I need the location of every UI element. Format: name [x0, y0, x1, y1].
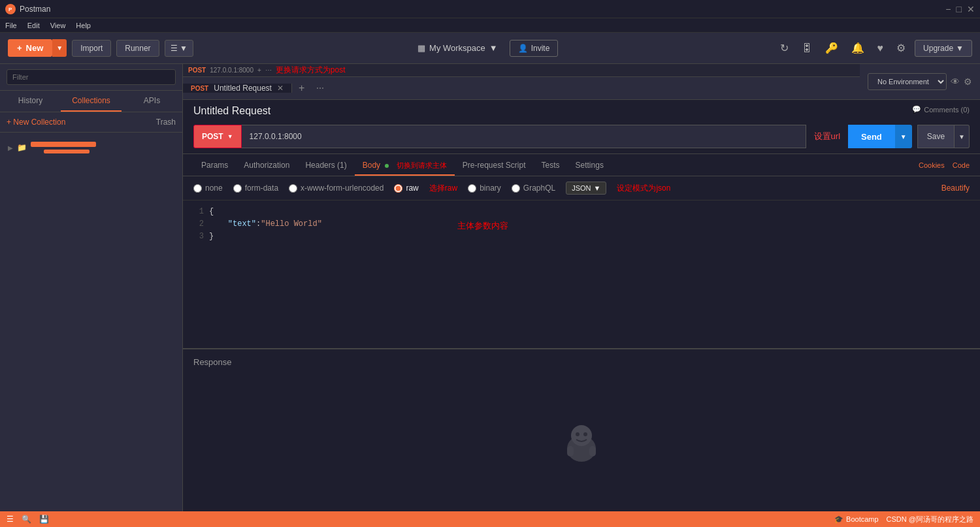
bottom-bar: ☰ 🔍 💾 🎓 Bootcamp CSDN @阿汤哥的程序之路: [0, 511, 980, 527]
req-tab-body[interactable]: Body 切换到请求主体: [355, 157, 455, 176]
req-tab-params[interactable]: Params: [193, 157, 236, 176]
sidebar-tab-history[interactable]: History: [0, 91, 61, 112]
radio-urlencoded[interactable]: x-www-form-urlencoded: [289, 184, 384, 193]
menu-edit[interactable]: Edit: [27, 22, 40, 29]
tab-method-badge: POST: [191, 85, 208, 92]
toolbar-left: + New ▼ Import Runner ☰ ▼: [8, 39, 193, 57]
new-dropdown-btn[interactable]: ▼: [52, 39, 67, 57]
mini-tab-more[interactable]: ⋯: [265, 67, 272, 74]
chevron-down-icon: ▼: [489, 43, 498, 53]
code-btn[interactable]: Code: [953, 161, 970, 169]
toolbar-center: ▦ My Workspace ▼ 👤 Invite: [411, 40, 558, 57]
tab-title: Untitled Request: [214, 84, 272, 93]
runner-button[interactable]: Runner: [116, 40, 159, 57]
workspace-button[interactable]: ▦ My Workspace ▼: [411, 40, 504, 56]
search-input[interactable]: [7, 69, 176, 85]
comments-button[interactable]: 💬 Comments (0): [912, 105, 970, 114]
tab-area: POST 127.0.0.1:8000 + ⋯ 更换请求方式为post POST…: [183, 64, 860, 99]
bootcamp-btn[interactable]: 🎓 Bootcamp: [834, 515, 879, 524]
sidebar-tab-apis[interactable]: APIs: [122, 91, 182, 112]
collection-item[interactable]: ▶ 📁: [0, 138, 182, 157]
req-tab-tests[interactable]: Tests: [534, 157, 568, 176]
code-content-3: }: [209, 231, 214, 243]
radio-none[interactable]: none: [193, 184, 223, 193]
main-layout: History Collections APIs + New Collectio…: [0, 64, 980, 511]
request-tab-active[interactable]: POST Untitled Request ✕: [183, 84, 292, 93]
radio-graphql[interactable]: GraphQL: [512, 184, 555, 193]
req-tab-authorization[interactable]: Authorization: [236, 157, 297, 176]
grid-icon: ▦: [417, 43, 425, 53]
upgrade-button[interactable]: Upgrade ▼: [915, 40, 972, 57]
env-gear-btn[interactable]: ⚙: [964, 76, 972, 87]
menu-file[interactable]: File: [5, 22, 17, 29]
code-string: "Hello World": [261, 219, 322, 229]
save-dropdown-btn[interactable]: ▼: [955, 125, 970, 148]
url-annotation: 设置url: [806, 125, 848, 148]
new-collection-button[interactable]: + New Collection: [7, 118, 65, 127]
body-content-annotation: 主体参数内容: [457, 220, 508, 232]
tab-close-btn[interactable]: ✕: [277, 84, 284, 93]
heart-btn[interactable]: ♥: [874, 40, 888, 57]
notification-btn[interactable]: 🔔: [847, 39, 868, 57]
sync-btn[interactable]: ↻: [776, 39, 792, 57]
send-button[interactable]: Send: [848, 125, 895, 148]
send-dropdown-btn[interactable]: ▼: [895, 125, 912, 148]
collection-name-bar: [31, 142, 96, 147]
bottom-icon-btn-3[interactable]: 💾: [39, 515, 49, 524]
maximize-btn[interactable]: □: [956, 4, 962, 14]
code-line-3: 3 }: [193, 231, 970, 243]
settings-btn[interactable]: ⚙: [892, 39, 909, 57]
collection-sub-bar: [44, 150, 90, 153]
bottom-icon-btn-2[interactable]: 🔍: [22, 515, 31, 524]
save-button[interactable]: Save: [917, 125, 955, 148]
bottom-icon-btn-1[interactable]: ☰: [7, 515, 14, 524]
window-controls[interactable]: − □ ✕: [945, 4, 975, 14]
method-label: POST: [202, 132, 223, 141]
interceptor-btn[interactable]: 🎛: [798, 40, 816, 57]
method-select[interactable]: POST ▼: [193, 125, 242, 148]
empty-illustration: [555, 416, 608, 470]
req-tab-pre-request[interactable]: Pre-request Script: [455, 157, 534, 176]
env-selector-area: No Environment 👁 ⚙: [860, 64, 980, 99]
toolbar-extra-btn[interactable]: ☰ ▼: [165, 40, 193, 57]
sidebar-tabs: History Collections APIs: [0, 91, 182, 112]
new-btn-group[interactable]: + New ▼: [8, 39, 67, 57]
req-tab-settings[interactable]: Settings: [568, 157, 612, 176]
radio-binary[interactable]: binary: [468, 184, 501, 193]
sidebar-tab-collections[interactable]: Collections: [61, 91, 122, 112]
line-num-3: 3: [193, 231, 204, 243]
close-btn[interactable]: ✕: [967, 4, 975, 14]
beautify-button[interactable]: Beautify: [941, 184, 970, 193]
expand-arrow-icon: ▶: [8, 144, 13, 152]
cookies-btn[interactable]: Cookies: [919, 161, 945, 169]
req-tab-headers[interactable]: Headers (1): [297, 157, 354, 176]
url-input[interactable]: [242, 125, 806, 148]
annotation-change-method: 更换请求方式为post: [276, 65, 346, 76]
invite-button[interactable]: 👤 Invite: [510, 40, 559, 57]
new-tab-btn[interactable]: +: [292, 82, 311, 94]
empty-response-area: [183, 375, 980, 512]
menu-help[interactable]: Help: [76, 22, 91, 29]
code-editor[interactable]: 1 { 2 "text":"Hello World" 3 } 主体参数内容: [183, 200, 980, 349]
json-dropdown-icon: ▼: [594, 184, 601, 192]
bottom-left: ☰ 🔍 💾: [7, 515, 49, 524]
new-button[interactable]: + New: [8, 39, 52, 57]
more-tabs-btn[interactable]: ⋯: [311, 84, 329, 93]
mini-tab-method: POST: [188, 67, 206, 74]
upgrade-chevron: ▼: [956, 44, 964, 53]
response-title: Response: [193, 357, 232, 367]
radio-raw[interactable]: raw: [394, 184, 418, 193]
import-button[interactable]: Import: [72, 40, 111, 57]
menu-view[interactable]: View: [50, 22, 66, 29]
minimize-btn[interactable]: −: [945, 4, 951, 14]
title-bar: P Postman − □ ✕: [0, 0, 980, 18]
radio-form-data[interactable]: form-data: [233, 184, 278, 193]
env-eye-btn[interactable]: 👁: [951, 76, 960, 87]
json-format-dropdown[interactable]: JSON ▼: [566, 182, 606, 195]
cookie-btn[interactable]: 🔑: [821, 39, 842, 57]
mini-tab-plus[interactable]: +: [257, 67, 261, 74]
trash-button[interactable]: Trash: [156, 118, 176, 127]
folder-icon: 📁: [17, 143, 27, 152]
env-select[interactable]: No Environment: [868, 73, 947, 90]
code-content-2: "text":"Hello World": [209, 218, 322, 231]
